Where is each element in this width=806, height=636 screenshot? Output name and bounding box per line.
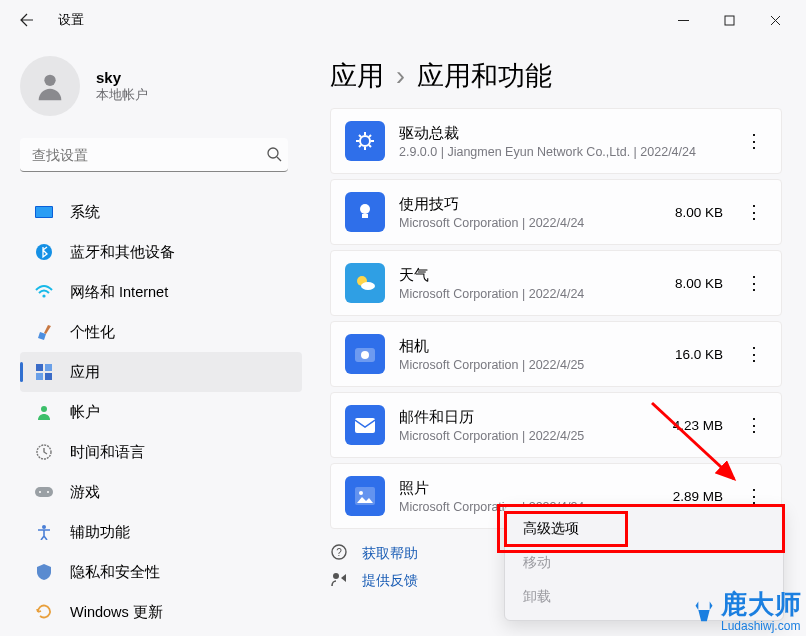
svg-point-14 [39, 491, 41, 493]
app-name: 照片 [399, 479, 673, 498]
svg-point-26 [359, 491, 363, 495]
accessibility-icon [34, 522, 54, 542]
app-name: 邮件和日历 [399, 408, 673, 427]
nav-label: 帐户 [70, 403, 100, 422]
svg-point-1 [44, 75, 55, 86]
help-label: 获取帮助 [362, 545, 418, 563]
clock-icon [34, 442, 54, 462]
close-button[interactable] [752, 4, 798, 36]
gear-icon [354, 130, 376, 152]
titlebar: 设置 [0, 0, 806, 40]
app-icon [345, 192, 385, 232]
app-card: 使用技巧 Microsoft Corporation | 2022/4/24 8… [330, 179, 782, 245]
svg-point-17 [360, 136, 370, 146]
more-button[interactable]: ⋮ [741, 126, 767, 156]
app-meta: Microsoft Corporation | 2022/4/24 [399, 287, 675, 301]
svg-rect-8 [45, 364, 52, 371]
nav-windows-update[interactable]: Windows 更新 [20, 592, 302, 632]
menu-advanced-options[interactable]: 高级选项 [505, 512, 783, 546]
nav-time-language[interactable]: 时间和语言 [20, 432, 302, 472]
user-icon [33, 69, 67, 103]
nav-label: 应用 [70, 363, 100, 382]
wifi-icon [34, 282, 54, 302]
svg-rect-10 [45, 373, 52, 380]
feedback-label: 提供反馈 [362, 572, 418, 590]
chevron-right-icon: › [396, 61, 405, 92]
nav-accounts[interactable]: 帐户 [20, 392, 302, 432]
app-meta: Microsoft Corporation | 2022/4/25 [399, 429, 673, 443]
nav-label: 游戏 [70, 483, 100, 502]
nav-system[interactable]: 系统 [20, 192, 302, 232]
maximize-button[interactable] [706, 4, 752, 36]
nav-network[interactable]: 网络和 Internet [20, 272, 302, 312]
app-icon [345, 121, 385, 161]
search-icon [266, 146, 282, 166]
nav-apps[interactable]: 应用 [20, 352, 302, 392]
app-meta: 2.9.0.0 | Jiangmen Eyun Network Co.,Ltd.… [399, 145, 723, 159]
account-icon [34, 402, 54, 422]
svg-rect-19 [362, 214, 368, 218]
camera-icon [355, 346, 375, 362]
context-menu: 高级选项 移动 卸载 [504, 505, 784, 621]
menu-move[interactable]: 移动 [505, 546, 783, 580]
window-title: 设置 [58, 11, 84, 29]
nav-personalization[interactable]: 个性化 [20, 312, 302, 352]
nav-gaming[interactable]: 游戏 [20, 472, 302, 512]
app-meta: Microsoft Corporation | 2022/4/25 [399, 358, 675, 372]
more-button[interactable]: ⋮ [741, 197, 767, 227]
breadcrumb-root[interactable]: 应用 [330, 58, 384, 94]
svg-point-5 [36, 244, 52, 260]
more-button[interactable]: ⋮ [741, 339, 767, 369]
nav-label: 系统 [70, 203, 100, 222]
app-name: 相机 [399, 337, 675, 356]
feedback-icon [330, 570, 348, 591]
nav-label: 网络和 Internet [70, 283, 168, 302]
nav-label: 个性化 [70, 323, 115, 342]
search-box [20, 138, 302, 172]
app-icon [345, 334, 385, 374]
avatar [20, 56, 80, 116]
nav-label: 蓝牙和其他设备 [70, 243, 175, 262]
app-icon [345, 263, 385, 303]
svg-point-29 [333, 573, 339, 579]
weather-icon [354, 272, 376, 294]
user-name: sky [96, 69, 148, 86]
brush-icon [34, 322, 54, 342]
app-size: 4.23 MB [673, 418, 723, 433]
app-card: 驱动总裁 2.9.0.0 | Jiangmen Eyun Network Co.… [330, 108, 782, 174]
svg-point-15 [47, 491, 49, 493]
more-button[interactable]: ⋮ [741, 410, 767, 440]
svg-text:?: ? [336, 547, 342, 558]
svg-rect-9 [36, 373, 43, 380]
shield-icon [34, 562, 54, 582]
nav-label: Windows 更新 [70, 603, 163, 622]
bluetooth-icon [34, 242, 54, 262]
help-icon: ? [330, 543, 348, 564]
update-icon [34, 602, 54, 622]
menu-uninstall[interactable]: 卸载 [505, 580, 783, 614]
svg-point-21 [361, 282, 375, 290]
search-input[interactable] [20, 138, 288, 172]
svg-rect-4 [36, 207, 52, 217]
nav-bluetooth[interactable]: 蓝牙和其他设备 [20, 232, 302, 272]
svg-rect-7 [36, 364, 43, 371]
app-name: 使用技巧 [399, 195, 675, 214]
app-meta: Microsoft Corporation | 2022/4/24 [399, 216, 675, 230]
svg-point-18 [360, 204, 370, 214]
nav-privacy[interactable]: 隐私和安全性 [20, 552, 302, 592]
user-profile[interactable]: sky 本地帐户 [20, 56, 302, 116]
nav-accessibility[interactable]: 辅助功能 [20, 512, 302, 552]
more-button[interactable]: ⋮ [741, 268, 767, 298]
svg-point-2 [268, 148, 278, 158]
app-icon [345, 405, 385, 445]
app-size: 16.0 KB [675, 347, 723, 362]
svg-rect-13 [35, 487, 53, 497]
app-size: 8.00 KB [675, 276, 723, 291]
nav-label: 时间和语言 [70, 443, 145, 462]
app-card: 相机 Microsoft Corporation | 2022/4/25 16.… [330, 321, 782, 387]
minimize-button[interactable] [660, 4, 706, 36]
display-icon [34, 202, 54, 222]
nav-label: 辅助功能 [70, 523, 130, 542]
back-button[interactable] [8, 2, 44, 38]
mail-icon [355, 418, 375, 433]
